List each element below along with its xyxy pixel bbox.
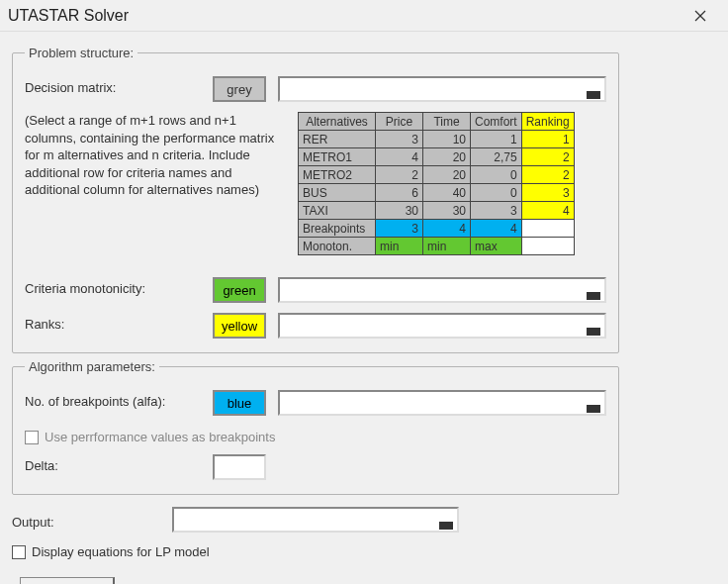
monoton-cell: max [471, 238, 522, 255]
decision-matrix-hint: (Select a range of m+1 rows and n+1 colu… [25, 112, 288, 255]
matrix-cell: 20 [423, 166, 471, 184]
matrix-row-name: TAXI [299, 202, 376, 220]
problem-structure-legend: Problem structure: [25, 46, 137, 60]
algorithm-parameters-legend: Algorithm parameters: [25, 359, 159, 374]
range-picker-icon[interactable] [587, 328, 600, 336]
matrix-cell: 10 [423, 131, 471, 148]
matrix-row-name: METRO1 [299, 148, 376, 166]
matrix-rank-cell: 3 [521, 184, 574, 202]
matrix-cell: 4 [376, 148, 423, 166]
matrix-row-name: BUS [299, 184, 376, 202]
matrix-empty-cell [521, 220, 574, 238]
matrix-cell: 2 [376, 166, 423, 184]
swatch-yellow: yellow [213, 313, 266, 339]
breakpoints-row: No. of breakpoints (alfa): blue [25, 390, 606, 416]
solve-button[interactable]: Solve [20, 577, 115, 584]
matrix-rank-cell: 1 [521, 131, 574, 148]
matrix-cell: 3 [471, 202, 522, 220]
matrix-cell: 1 [471, 131, 522, 148]
display-equations-checkbox[interactable] [12, 545, 26, 559]
problem-structure-group: Problem structure: Decision matrix: grey… [12, 46, 619, 353]
monoton-cell: min [376, 238, 423, 255]
window-title: UTASTAR Solver [8, 7, 681, 25]
matrix-rank-cell: 2 [521, 166, 574, 184]
matrix-empty-cell [521, 238, 574, 255]
monotonicity-row: Criteria monotonicity: green [25, 277, 606, 303]
matrix-header: Alternatives [299, 113, 376, 131]
swatch-green: green [213, 277, 266, 303]
output-label: Output: [12, 511, 172, 530]
matrix-header: Ranking [521, 113, 574, 131]
breakpoints-cell: 4 [423, 220, 471, 238]
decision-matrix-row: Decision matrix: grey [25, 76, 606, 102]
matrix-cell: 40 [423, 184, 471, 202]
display-equations-row: Display equations for LP model [12, 544, 619, 559]
matrix-cell: 0 [471, 166, 522, 184]
titlebar: UTASTAR Solver [0, 0, 728, 32]
matrix-header: Price [376, 113, 423, 131]
output-input[interactable] [172, 507, 459, 533]
monotonicity-label: Criteria monotonicity: [25, 277, 213, 296]
matrix-cell: 30 [376, 202, 423, 220]
swatch-grey: grey [213, 76, 266, 102]
decision-matrix-input[interactable] [278, 76, 606, 102]
breakpoints-label: No. of breakpoints (alfa): [25, 390, 213, 409]
ranks-label: Ranks: [25, 313, 213, 332]
algorithm-parameters-group: Algorithm parameters: No. of breakpoints… [12, 359, 619, 495]
delta-row: Delta: [25, 454, 606, 480]
delta-label: Delta: [25, 454, 213, 473]
range-picker-icon[interactable] [587, 405, 600, 413]
close-icon [694, 10, 706, 22]
matrix-rank-cell: 4 [521, 202, 574, 220]
matrix-header: Comfort [471, 113, 522, 131]
dialog-window: UTASTAR Solver Problem structure: Decisi… [0, 0, 728, 584]
matrix-cell: 0 [471, 184, 522, 202]
range-picker-icon[interactable] [439, 522, 453, 530]
example-matrix-table: Alternatives Price Time Comfort Ranking … [298, 112, 575, 255]
breakpoints-input[interactable] [278, 390, 606, 416]
monoton-cell: min [423, 238, 471, 255]
breakpoints-row-label: Breakpoints [299, 220, 376, 238]
delta-input[interactable] [213, 454, 266, 480]
ranks-input[interactable] [278, 313, 606, 339]
breakpoints-cell: 4 [471, 220, 522, 238]
breakpoints-cell: 3 [376, 220, 423, 238]
matrix-row-name: METRO2 [299, 166, 376, 184]
use-performance-label: Use perrformance values as breakpoints [45, 430, 275, 444]
matrix-header: Time [423, 113, 471, 131]
monoton-row-label: Monoton. [299, 238, 376, 255]
monotonicity-input[interactable] [278, 277, 606, 303]
range-picker-icon[interactable] [587, 91, 600, 99]
matrix-row-name: RER [299, 131, 376, 148]
decision-matrix-label: Decision matrix: [25, 76, 213, 95]
display-equations-label: Display equations for LP model [32, 544, 210, 559]
range-picker-icon[interactable] [587, 292, 600, 300]
matrix-cell: 2,75 [471, 148, 522, 166]
matrix-cell: 30 [423, 202, 471, 220]
swatch-blue: blue [213, 390, 266, 416]
matrix-cell: 3 [376, 131, 423, 148]
matrix-cell: 6 [376, 184, 423, 202]
output-row: Output: [12, 507, 619, 533]
use-performance-checkbox [25, 431, 39, 444]
matrix-rank-cell: 2 [521, 148, 574, 166]
matrix-cell: 20 [423, 148, 471, 166]
use-performance-checkbox-row: Use perrformance values as breakpoints [25, 430, 606, 444]
close-button[interactable] [681, 2, 720, 30]
ranks-row: Ranks: yellow [25, 313, 606, 339]
